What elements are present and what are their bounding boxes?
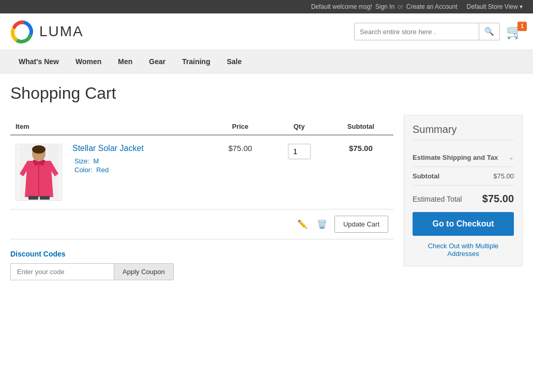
- cart-area: Shopping Cart Item Price Qty Subtotal: [10, 84, 393, 280]
- or-separator: or: [398, 3, 403, 10]
- subtotal-label: Subtotal: [413, 172, 493, 180]
- page-title: Shopping Cart: [10, 84, 393, 108]
- svg-rect-5: [28, 196, 38, 200]
- price-col-header: Price: [210, 118, 270, 135]
- svg-point-4: [32, 145, 45, 154]
- product-price-cell: $75.00: [210, 135, 270, 209]
- nav-item-training[interactable]: Training: [174, 50, 218, 73]
- product-color: Color: Red: [72, 166, 205, 174]
- svg-rect-6: [40, 196, 50, 200]
- search-box: 🔍: [354, 23, 500, 40]
- product-name-link[interactable]: Stellar Solar Jacket: [72, 144, 205, 153]
- nav-item-whats-new[interactable]: What's New: [10, 50, 67, 73]
- go-to-checkout-button[interactable]: Go to Checkout: [413, 212, 514, 236]
- cart-table-header: Item Price Qty Subtotal: [10, 118, 393, 135]
- nav-item-women[interactable]: Women: [67, 50, 110, 73]
- nav-item-gear[interactable]: Gear: [141, 50, 174, 73]
- store-view-label: Default Store View ▾: [466, 3, 523, 10]
- shipping-label: Estimate Shipping and Tax: [413, 154, 498, 161]
- summary-subtotal-row: Subtotal $75.00: [413, 167, 514, 186]
- header-right: 🔍 🛒 1: [354, 23, 523, 40]
- summary-total-row: Estimated Total $75.00: [413, 186, 514, 212]
- header: LUMA 🔍 🛒 1: [0, 13, 533, 50]
- qty-col-header: Qty: [270, 118, 328, 135]
- top-bar: Default welcome msg! Sign In or Create a…: [0, 0, 533, 13]
- search-input[interactable]: [355, 28, 479, 36]
- apply-coupon-button-bottom[interactable]: Apply Coupon: [114, 263, 174, 280]
- coupon-input[interactable]: [10, 263, 114, 280]
- nav-item-men[interactable]: Men: [110, 50, 141, 73]
- multi-address-link[interactable]: Check Out with Multiple Addresses: [413, 242, 514, 258]
- edit-icon[interactable]: ✏️: [295, 217, 310, 231]
- summary-shipping-row[interactable]: Estimate Shipping and Tax ⌄: [413, 148, 514, 167]
- product-subtotal-cell: $75.00: [328, 135, 393, 209]
- qty-input[interactable]: [288, 144, 311, 159]
- discount-form: Apply Coupon: [10, 263, 393, 280]
- cart-badge: 1: [517, 22, 527, 31]
- discount-codes-title[interactable]: Discount Codes: [10, 250, 393, 258]
- update-cart-button[interactable]: Update Cart: [334, 216, 388, 233]
- subtotal-value: $75.00: [493, 172, 514, 180]
- delete-icon[interactable]: 🗑️: [315, 217, 329, 231]
- discount-section: Discount Codes Apply Coupon: [10, 250, 393, 280]
- store-view-dropdown-icon[interactable]: ▾: [520, 3, 523, 10]
- search-button[interactable]: 🔍: [479, 23, 499, 40]
- product-qty-cell: [270, 135, 328, 209]
- product-info-cell: Stellar Solar Jacket Size: M Color: Red: [67, 135, 210, 209]
- total-label: Estimated Total: [413, 195, 462, 203]
- chevron-down-icon: ⌄: [509, 154, 514, 161]
- main-nav: What's New Women Men Gear Training Sale: [0, 50, 533, 73]
- summary-title: Summary: [413, 124, 514, 140]
- product-size: Size: M: [72, 157, 205, 165]
- subtotal-col-header: Subtotal: [328, 118, 393, 135]
- nav-item-sale[interactable]: Sale: [219, 50, 250, 73]
- logo-icon: [10, 20, 34, 43]
- table-row: Stellar Solar Jacket Size: M Color: Red …: [10, 135, 393, 209]
- cart-table-body: Stellar Solar Jacket Size: M Color: Red …: [10, 135, 393, 209]
- create-account-link[interactable]: Create an Account: [406, 3, 458, 10]
- logo-text: LUMA: [39, 23, 84, 40]
- jacket-svg: [17, 145, 61, 200]
- product-image: [16, 144, 62, 201]
- sign-in-link[interactable]: Sign In: [375, 3, 394, 10]
- logo-area: LUMA: [10, 20, 84, 43]
- welcome-message: Default welcome msg!: [311, 3, 372, 10]
- item-col-header: Item: [10, 118, 210, 135]
- cart-table: Item Price Qty Subtotal: [10, 118, 393, 209]
- total-value: $75.00: [482, 193, 514, 205]
- cart-actions: ✏️ 🗑️ Update Cart: [10, 209, 393, 239]
- cart-icon-area[interactable]: 🛒 1: [506, 24, 523, 40]
- main-content: Shopping Cart Item Price Qty Subtotal: [0, 73, 533, 301]
- summary-panel: Summary Estimate Shipping and Tax ⌄ Subt…: [404, 115, 523, 266]
- product-image-cell: [10, 135, 67, 209]
